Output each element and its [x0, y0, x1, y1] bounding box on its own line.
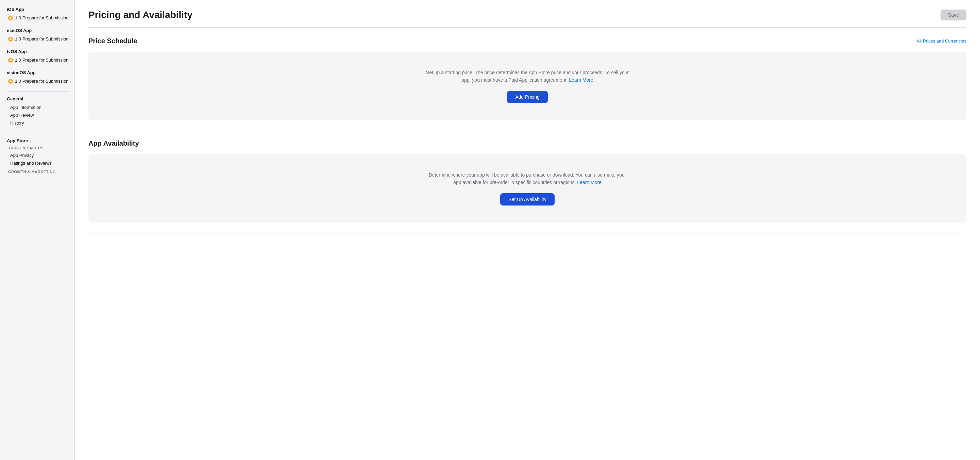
sidebar-item-tvos-submission[interactable]: 1.0 Prepare for Submission	[7, 56, 75, 64]
sidebar-visionos-section: visionOS App 1.0 Prepare for Submission	[7, 70, 75, 85]
price-learn-more-link[interactable]: Learn More	[569, 77, 593, 83]
sidebar-ios-submission-label: 1.0 Prepare for Submission	[15, 15, 69, 21]
status-icon-ios	[8, 16, 13, 21]
main-content: Pricing and Availability Save Price Sche…	[75, 0, 980, 460]
sidebar-tvos-submission-label: 1.0 Prepare for Submission	[15, 58, 69, 62]
page-header: Pricing and Availability Save	[75, 0, 980, 27]
sidebar-general-section: General App Information App Review Histo…	[7, 96, 75, 127]
sidebar-appstore-title: App Store	[7, 138, 75, 143]
app-availability-title: App Availability	[88, 139, 139, 147]
status-icon-macos	[8, 37, 13, 42]
sidebar-ios-title: iOS App	[7, 7, 75, 12]
sidebar-trust-safety-label: TRUST & SAFETY	[8, 146, 75, 150]
sidebar-growth-marketing-label: GROWTH & MARKETING	[8, 170, 75, 174]
app-availability-description: Determine where your app will be availab…	[425, 171, 629, 187]
price-schedule-header: Price Schedule All Prices and Currencies	[88, 37, 966, 45]
sidebar-visionos-title: visionOS App	[7, 70, 75, 75]
sidebar-tvos-section: tvOS App 1.0 Prepare for Submission	[7, 49, 75, 64]
all-prices-link[interactable]: All Prices and Currencies	[917, 38, 966, 43]
sidebar-macos-title: macOS App	[7, 28, 75, 33]
sidebar-item-app-review[interactable]: App Review	[7, 111, 75, 119]
sidebar-divider-2	[7, 133, 68, 133]
sidebar-item-macos-submission[interactable]: 1.0 Prepare for Submission	[7, 35, 75, 43]
sidebar-macos-submission-label: 1.0 Prepare for Submission	[15, 37, 69, 42]
status-icon-tvos	[8, 58, 13, 62]
page-title: Pricing and Availability	[88, 10, 192, 21]
availability-learn-more-link[interactable]: Learn More	[577, 180, 601, 185]
sidebar-visionos-submission-label: 1.0 Prepare for Submission	[15, 78, 69, 84]
price-schedule-box: Set up a starting price. The price deter…	[88, 52, 966, 120]
sidebar-item-app-information[interactable]: App Information	[7, 104, 75, 111]
bottom-divider	[88, 232, 966, 232]
price-schedule-section: Price Schedule All Prices and Currencies…	[75, 27, 980, 120]
app-availability-section: App Availability Determine where your ap…	[75, 130, 980, 222]
add-pricing-button[interactable]: Add Pricing	[507, 91, 548, 103]
sidebar-ios-section: iOS App 1.0 Prepare for Submission	[7, 7, 75, 22]
price-schedule-description: Set up a starting price. The price deter…	[425, 69, 629, 84]
price-schedule-title: Price Schedule	[88, 37, 137, 45]
sidebar-item-app-privacy[interactable]: App Privacy	[7, 152, 75, 159]
sidebar: iOS App 1.0 Prepare for Submission macOS…	[0, 0, 75, 460]
sidebar-item-visionos-submission[interactable]: 1.0 Prepare for Submission	[7, 77, 75, 85]
save-button[interactable]: Save	[940, 10, 966, 21]
sidebar-tvos-title: tvOS App	[7, 49, 75, 54]
sidebar-item-history[interactable]: History	[7, 119, 75, 127]
sidebar-item-ratings-reviews[interactable]: Ratings and Reviews	[7, 159, 75, 167]
status-icon-visionos	[8, 79, 13, 84]
set-up-availability-button[interactable]: Set Up Availability	[500, 193, 555, 206]
app-availability-box: Determine where your app will be availab…	[88, 154, 966, 222]
app-availability-header: App Availability	[88, 139, 966, 147]
sidebar-appstore-section: App Store TRUST & SAFETY App Privacy Rat…	[7, 138, 75, 174]
sidebar-macos-section: macOS App 1.0 Prepare for Submission	[7, 28, 75, 43]
sidebar-item-ios-submission[interactable]: 1.0 Prepare for Submission	[7, 14, 75, 22]
sidebar-general-title: General	[7, 96, 75, 101]
sidebar-divider-1	[7, 91, 68, 91]
